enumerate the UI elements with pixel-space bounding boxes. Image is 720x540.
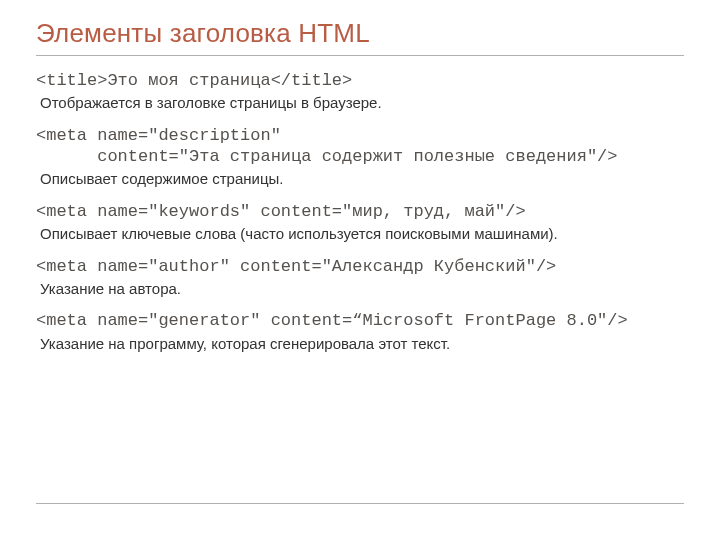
- code-snippet: <meta name="keywords" content="мир, труд…: [36, 201, 684, 222]
- item-meta-generator: <meta name="generator" content=“Microsof…: [36, 310, 684, 353]
- code-snippet: <meta name="generator" content=“Microsof…: [36, 310, 684, 331]
- code-snippet: <meta name="author" content="Александр К…: [36, 256, 684, 277]
- item-meta-description: <meta name="description" content="Эта ст…: [36, 125, 684, 189]
- code-description: Описывает содержимое страницы.: [40, 169, 684, 189]
- slide: Элементы заголовка HTML <title>Это моя с…: [0, 0, 720, 540]
- title-divider: [36, 55, 684, 56]
- code-description: Указание на автора.: [40, 279, 684, 299]
- code-description: Описывает ключевые слова (часто использу…: [40, 224, 684, 244]
- slide-title: Элементы заголовка HTML: [36, 18, 684, 49]
- code-description: Указание на программу, которая сгенериро…: [40, 334, 684, 354]
- code-snippet: <title>Это моя страница</title>: [36, 70, 684, 91]
- footer-divider: [36, 503, 684, 504]
- item-meta-author: <meta name="author" content="Александр К…: [36, 256, 684, 299]
- item-title: <title>Это моя страница</title> Отобража…: [36, 70, 684, 113]
- code-description: Отображается в заголовке страницы в брау…: [40, 93, 684, 113]
- code-snippet: <meta name="description" content="Эта ст…: [36, 125, 684, 168]
- item-meta-keywords: <meta name="keywords" content="мир, труд…: [36, 201, 684, 244]
